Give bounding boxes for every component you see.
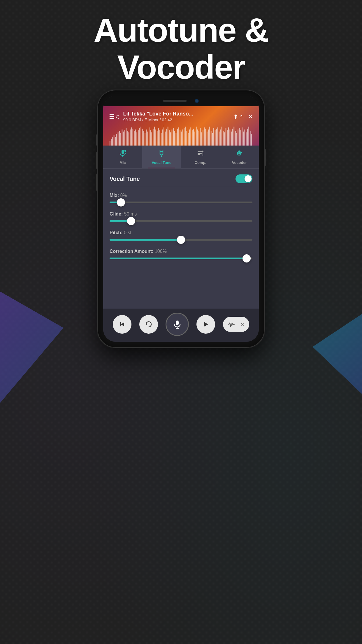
- svg-rect-36: [158, 128, 159, 146]
- svg-rect-51: [178, 127, 179, 146]
- waveform-fx-button[interactable]: ✕: [223, 317, 249, 332]
- svg-rect-28: [147, 132, 148, 146]
- svg-rect-59: [189, 130, 190, 146]
- svg-rect-4: [115, 137, 116, 146]
- pitch-slider-thumb[interactable]: [177, 236, 185, 244]
- svg-rect-7: [119, 131, 120, 146]
- svg-rect-23: [140, 127, 141, 146]
- svg-marker-125: [121, 322, 124, 326]
- svg-rect-63: [194, 132, 195, 146]
- svg-rect-122: [237, 152, 238, 153]
- svg-rect-86: [226, 128, 226, 146]
- glide-slider-section: Glide: 50 ms: [110, 211, 252, 222]
- mix-slider-thumb[interactable]: [117, 198, 125, 206]
- svg-rect-81: [219, 132, 220, 146]
- record-button[interactable]: [166, 313, 189, 336]
- correction-slider-track[interactable]: [110, 258, 252, 259]
- svg-rect-74: [209, 127, 210, 146]
- header-actions: ⮭↗ ✕: [233, 113, 253, 120]
- svg-rect-19: [135, 130, 136, 146]
- svg-rect-62: [193, 129, 194, 146]
- title-line1: Autotune &: [0, 12, 362, 49]
- mix-label: Mix: 8%: [110, 193, 252, 198]
- svg-rect-54: [182, 130, 183, 146]
- svg-rect-11: [124, 130, 125, 146]
- glide-label: Glide: 50 ms: [110, 211, 252, 217]
- close-icon[interactable]: ✕: [248, 113, 253, 120]
- tab-comp[interactable]: Comp.: [181, 146, 220, 168]
- phone-camera: [195, 99, 199, 103]
- svg-rect-61: [192, 130, 193, 146]
- svg-marker-127: [146, 323, 147, 325]
- svg-rect-93: [235, 131, 236, 146]
- tab-vocoder-label: Vocoder: [232, 160, 247, 165]
- svg-rect-41: [165, 132, 166, 146]
- svg-rect-16: [131, 127, 132, 146]
- svg-rect-56: [185, 127, 186, 146]
- svg-rect-42: [166, 129, 167, 146]
- pitch-slider-track[interactable]: [110, 239, 252, 241]
- glide-value: 50 ms: [124, 211, 137, 216]
- svg-rect-30: [150, 130, 151, 146]
- svg-rect-103: [248, 127, 249, 146]
- svg-rect-82: [220, 130, 221, 146]
- svg-rect-58: [188, 133, 189, 146]
- svg-rect-5: [116, 134, 117, 146]
- menu-icon[interactable]: ☰♫: [109, 113, 120, 120]
- mix-slider-track[interactable]: [110, 202, 252, 203]
- play-button[interactable]: [196, 315, 215, 334]
- svg-rect-2: [112, 137, 113, 146]
- svg-line-138: [232, 323, 233, 326]
- header-top: ☰♫ Lil Tekka "Love For Ranso... 90.0 BPM…: [109, 111, 253, 122]
- loop-button[interactable]: [139, 315, 158, 334]
- share-icon[interactable]: ⮭↗: [233, 113, 242, 120]
- phone-frame: ☰♫ Lil Tekka "Love For Ranso... 90.0 BPM…: [98, 90, 264, 347]
- svg-rect-89: [230, 130, 231, 146]
- vocal-tune-section-header: Vocal Tune: [110, 174, 252, 187]
- vocal-tune-toggle[interactable]: [236, 174, 252, 183]
- track-title: Lil Tekka "Love For Ranso...: [123, 111, 193, 117]
- correction-slider-thumb[interactable]: [242, 254, 251, 262]
- vocal-tune-tab-icon: [157, 149, 166, 159]
- phone-device: ☰♫ Lil Tekka "Love For Ranso... 90.0 BPM…: [98, 90, 264, 347]
- svg-rect-65: [197, 130, 198, 146]
- svg-rect-114: [198, 153, 202, 154]
- svg-rect-8: [120, 133, 121, 146]
- phone-top-bar: [103, 96, 259, 106]
- svg-rect-128: [176, 321, 179, 325]
- prev-button[interactable]: [113, 315, 131, 334]
- svg-line-139: [233, 324, 233, 326]
- tab-mic[interactable]: Mic: [103, 146, 142, 168]
- svg-rect-43: [168, 127, 168, 146]
- mute-button: [96, 134, 98, 146]
- svg-rect-85: [224, 132, 225, 146]
- pitch-slider-fill: [110, 239, 181, 241]
- tab-vocal-tune-label: Vocal Tune: [152, 160, 171, 165]
- svg-rect-13: [127, 131, 128, 146]
- header-left: ☰♫ Lil Tekka "Love For Ranso... 90.0 BPM…: [109, 111, 193, 122]
- svg-rect-57: [187, 131, 187, 146]
- svg-rect-118: [237, 151, 241, 155]
- vocoder-tab-icon: [235, 149, 243, 159]
- svg-rect-45: [170, 132, 171, 146]
- glide-slider-thumb[interactable]: [127, 217, 135, 225]
- toggle-knob: [245, 175, 252, 182]
- tab-vocal-tune[interactable]: Vocal Tune: [142, 146, 181, 168]
- svg-rect-77: [213, 128, 214, 146]
- svg-rect-27: [146, 130, 147, 146]
- tab-vocoder[interactable]: Vocoder: [220, 146, 259, 168]
- pitch-label: Pitch: 0 st: [110, 230, 252, 235]
- svg-rect-71: [205, 129, 206, 146]
- svg-rect-96: [239, 128, 240, 146]
- svg-rect-38: [161, 133, 162, 146]
- svg-rect-87: [227, 130, 228, 146]
- correction-slider-fill: [110, 258, 247, 259]
- comp-tab-icon: [196, 149, 205, 159]
- svg-marker-131: [204, 322, 208, 327]
- svg-rect-107: [122, 150, 124, 154]
- svg-rect-98: [242, 127, 242, 146]
- phone-screen: ☰♫ Lil Tekka "Love For Ranso... 90.0 BPM…: [103, 96, 259, 342]
- glide-slider-track[interactable]: [110, 220, 252, 222]
- svg-rect-48: [174, 131, 175, 146]
- fx-close-icon[interactable]: ✕: [240, 322, 244, 327]
